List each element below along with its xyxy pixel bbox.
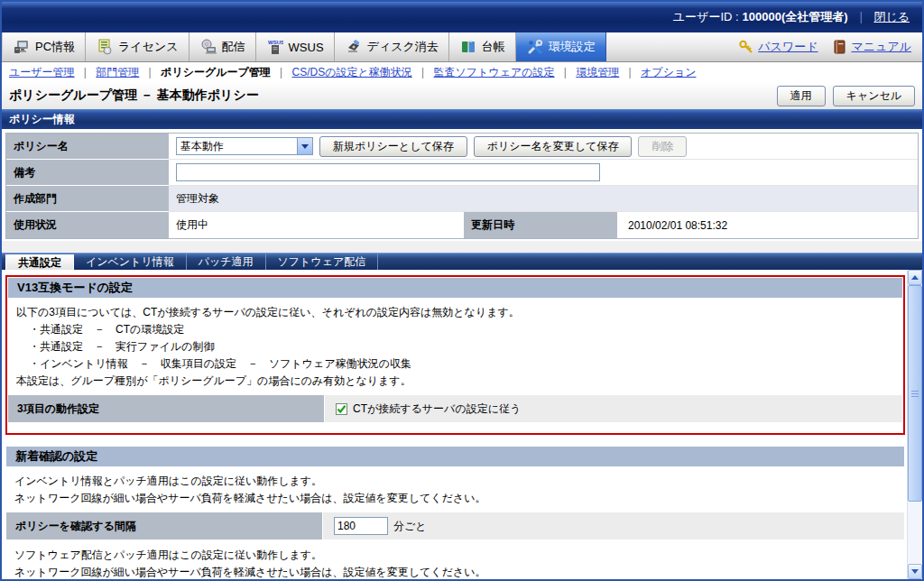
v13-desc-line5: 本設定は、グループ種別が「ポリシーグループ」の場合にのみ有効となります。 <box>16 373 894 390</box>
policy-info-section-header: ポリシー情報 <box>2 109 922 129</box>
policy-check-interval-label: ポリシーを確認する間隔 <box>6 512 322 540</box>
delete-button[interactable]: 削除 <box>638 136 687 157</box>
v13-section-header: V13互換モードの設定 <box>7 277 903 299</box>
section-gap <box>2 241 922 253</box>
distribution-icon <box>199 38 217 56</box>
remarks-label: 備考 <box>6 160 169 186</box>
topbar-separator: ｜ <box>855 9 867 25</box>
created-department-label: 作成部門 <box>6 186 169 212</box>
v13-desc-line1: 以下の3項目については、CTが接続するサーバの設定に従い、それぞれの設定内容は無… <box>16 304 894 321</box>
app-window: ユーザーID : 100000(全社管理者) ｜ 閉じる PC情報 ライセンス … <box>0 0 924 581</box>
scrollbar-thumb[interactable] <box>908 285 922 502</box>
page-title: ポリシーグループ管理 － 基本動作ポリシー <box>9 88 259 104</box>
common-settings-panel: V13互換モードの設定 以下の3項目については、CTが接続するサーバの設定に従い… <box>2 270 907 579</box>
usage-status-value: 使用中 <box>169 212 464 238</box>
scroll-down-button[interactable] <box>908 564 922 579</box>
new-arrival-check-section: 新着確認の設定 インベントリ情報とパッチ適用はこの設定に従い動作します。 ネット… <box>5 446 905 579</box>
created-department-value: 管理対象 <box>169 186 918 212</box>
close-link[interactable]: 閉じる <box>873 9 910 25</box>
v13-desc-line4: ・インベントリ情報 － 収集項目の設定 － ソフトウェア稼働状況の収集 <box>16 355 894 373</box>
new-arrival-description-2: ソフトウェア配信とパッチ適用はこの設定に従い動作します。 ネットワーク回線が細い… <box>5 541 905 579</box>
tab-wsus[interactable]: WSUS WSUS <box>256 32 335 61</box>
tab-software-distribution[interactable]: ソフトウェア配信 <box>266 254 379 270</box>
new-arrival-section-header: 新着確認の設定 <box>5 446 905 467</box>
tab-license[interactable]: ライセンス <box>86 32 189 61</box>
created-department-row: 作成部門 管理対象 <box>6 186 918 212</box>
remarks-input[interactable] <box>176 163 600 181</box>
tab-pc-info[interactable]: PC情報 <box>2 32 86 61</box>
policy-name-row: ポリシー名 基本動作 新規ポリシーとして保存 ポリシー名を変更して保存 削除 <box>6 134 918 160</box>
top-bar: ユーザーID : 100000(全社管理者) ｜ 閉じる <box>2 2 922 32</box>
breadcrumb-separator: ｜ <box>418 65 429 80</box>
breadcrumb: ユーザー管理 ｜ 部門管理 ｜ ポリシーグループ管理 ｜ CS/DSの設定と稼働… <box>2 62 922 82</box>
ct-follow-server-checkbox[interactable] <box>336 403 347 415</box>
scrollbar-track[interactable] <box>908 285 922 564</box>
v13-desc-line2: ・共通設定 － CTの環境設定 <box>16 321 894 338</box>
vertical-scrollbar <box>907 270 922 579</box>
tab-distribution[interactable]: 配信 <box>189 32 256 61</box>
tab-label: ライセンス <box>118 39 179 55</box>
tab-ledger[interactable]: 台帳 <box>449 32 516 61</box>
save-as-new-policy-button[interactable]: 新規ポリシーとして保存 <box>319 136 467 157</box>
breadcrumb-separator: ｜ <box>560 65 571 80</box>
policy-check-interval-row: ポリシーを確認する間隔 分ごと <box>6 512 904 540</box>
breadcrumb-department-management[interactable]: 部門管理 <box>96 65 139 80</box>
policy-check-interval-unit: 分ごと <box>393 519 427 534</box>
manual-book-icon <box>830 38 848 56</box>
v13-desc-line3: ・共通設定 － 実行ファイルの制御 <box>16 338 894 355</box>
tab-common-settings[interactable]: 共通設定 <box>5 254 74 270</box>
content-tab-bar: 共通設定 インベントリ情報 パッチ適用 ソフトウェア配信 <box>2 253 922 270</box>
tab-label: 環境設定 <box>549 39 596 55</box>
wsus-icon: WSUS <box>266 38 284 56</box>
remarks-row: 備考 <box>6 160 918 186</box>
rename-and-save-button[interactable]: ポリシー名を変更して保存 <box>474 136 633 157</box>
tab-label: 台帳 <box>482 39 505 55</box>
breadcrumb-separator: ｜ <box>144 65 155 80</box>
tab-label: WSUS <box>289 41 324 54</box>
updated-datetime-label: 更新日時 <box>464 212 617 238</box>
breadcrumb-audit-software-settings[interactable]: 監査ソフトウェアの設定 <box>434 65 555 80</box>
pc-info-icon <box>13 38 31 56</box>
policy-info-form: ポリシー名 基本動作 新規ポリシーとして保存 ポリシー名を変更して保存 削除 備… <box>2 129 922 241</box>
usage-status-row: 使用状況 使用中 更新日時 2010/02/01 08:51:32 <box>6 212 918 238</box>
cancel-button[interactable]: キャンセル <box>833 86 915 106</box>
new-arrival-description-1: インベントリ情報とパッチ適用はこの設定に従い動作します。 ネットワーク回線が細い… <box>5 467 905 511</box>
tab-label: 配信 <box>222 39 245 55</box>
tab-content-area: V13互換モードの設定 以下の3項目については、CTが接続するサーバの設定に従い… <box>2 270 922 579</box>
tab-disk-erase[interactable]: ディスク消去 <box>335 32 449 61</box>
breadcrumb-environment-management[interactable]: 環境管理 <box>576 65 619 80</box>
manual-link[interactable]: マニュアル <box>830 38 911 56</box>
user-id-label: ユーザーID : <box>673 9 739 25</box>
svg-text:WSUS: WSUS <box>268 40 283 45</box>
license-icon <box>96 38 114 56</box>
scroll-up-button[interactable] <box>908 270 922 285</box>
updated-datetime-value: 2010/02/01 08:51:32 <box>617 212 918 238</box>
usage-status-label: 使用状況 <box>6 212 169 238</box>
apply-button[interactable]: 適用 <box>777 86 826 106</box>
v13-compat-section: V13互換モードの設定 以下の3項目については、CTが接続するサーバの設定に従い… <box>5 275 905 435</box>
main-tab-bar: PC情報 ライセンス 配信 WSUS WSUS ディスク消去 <box>2 32 922 62</box>
breadcrumb-separator: ｜ <box>80 65 91 80</box>
policy-name-selected-value: 基本動作 <box>177 139 297 154</box>
new-arrival-desc-line3: ソフトウェア配信とパッチ適用はこの設定に従い動作します。 <box>14 547 896 564</box>
policy-check-interval-input[interactable] <box>334 517 388 535</box>
key-icon <box>737 38 755 56</box>
password-link-label: パスワード <box>758 39 818 55</box>
new-arrival-desc-line4: ネットワーク回線が細い場合やサーバ負荷を軽減させたい場合は、設定値を変更してくだ… <box>14 564 896 579</box>
breadcrumb-cs-ds-settings[interactable]: CS/DSの設定と稼働状況 <box>292 65 412 80</box>
ledger-icon <box>459 38 477 56</box>
breadcrumb-separator: ｜ <box>276 65 287 80</box>
chevron-down-icon[interactable] <box>297 138 312 154</box>
password-link[interactable]: パスワード <box>737 38 818 56</box>
policy-name-label: ポリシー名 <box>6 134 169 160</box>
breadcrumb-user-management[interactable]: ユーザー管理 <box>9 65 75 80</box>
tab-patch-application[interactable]: パッチ適用 <box>187 254 266 270</box>
new-arrival-desc-line1: インベントリ情報とパッチ適用はこの設定に従い動作します。 <box>14 473 896 490</box>
tab-environment-settings[interactable]: 環境設定 <box>516 32 606 61</box>
ct-follow-server-checkbox-label: CTが接続するサーバの設定に従う <box>353 401 521 417</box>
policy-name-select[interactable]: 基本動作 <box>176 137 313 155</box>
settings-icon <box>526 38 544 56</box>
utility-links: パスワード マニュアル <box>737 32 922 61</box>
breadcrumb-options[interactable]: オプション <box>641 65 696 80</box>
tab-inventory-info[interactable]: インベントリ情報 <box>74 254 187 270</box>
